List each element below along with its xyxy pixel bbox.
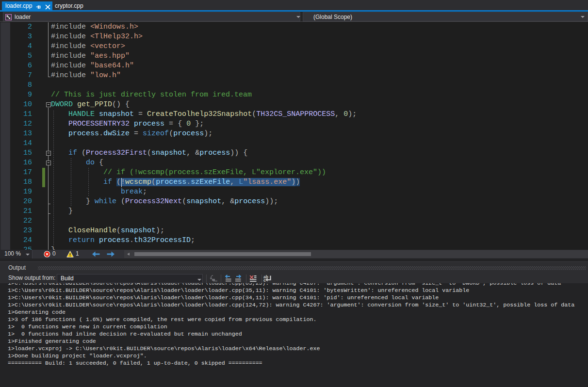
svg-text:c: c	[263, 278, 266, 283]
